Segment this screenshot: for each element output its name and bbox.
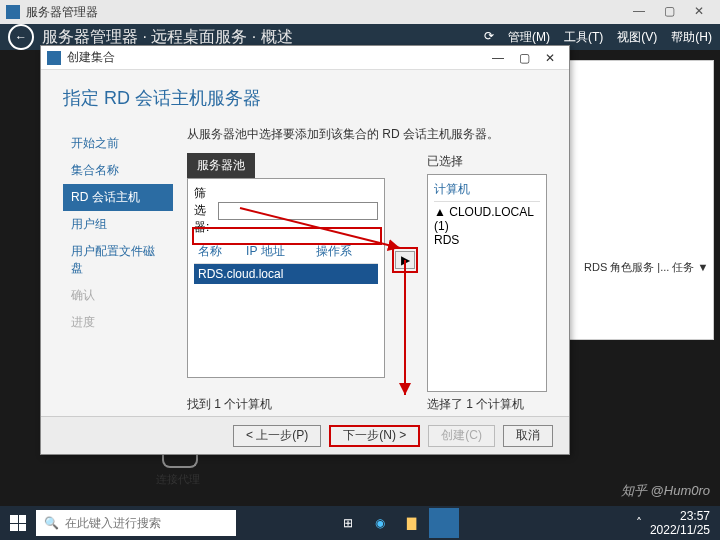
step-userprofile[interactable]: 用户配置文件磁盘 [63,238,173,282]
clock-time[interactable]: 23:57 [650,509,710,523]
rds-role-label: RDS 角色服务 |... 任务 ▼ [584,260,712,275]
task-view-icon[interactable]: ⊞ [333,508,363,538]
server-pool-tab[interactable]: 服务器池 [187,153,255,178]
tray-up-icon[interactable]: ˄ [636,516,642,530]
start-button[interactable] [0,506,36,540]
filter-input[interactable] [218,202,378,220]
server-row[interactable]: RDS.cloud.local [194,264,378,285]
dialog-title: 创建集合 [67,49,485,66]
selected-box: 计算机 ▲ CLOUD.LOCAL (1) RDS [427,174,547,392]
wizard-steps: 开始之前 集合名称 RD 会话主机 用户组 用户配置文件磁盘 确认 进度 [63,126,173,413]
selected-server[interactable]: RDS [434,233,540,247]
back-button[interactable]: ← [8,24,34,50]
watermark: 知乎 @Hum0ro [621,482,710,500]
step-usergroup[interactable]: 用户组 [63,211,173,238]
step-collection[interactable]: 集合名称 [63,157,173,184]
next-button[interactable]: 下一步(N) > [329,425,420,447]
menu-help[interactable]: 帮助(H) [671,29,712,46]
dialog-titlebar: 创建集合 — ▢ ✕ [41,46,569,70]
dialog-close[interactable]: ✕ [537,51,563,65]
step-progress: 进度 [63,309,173,336]
selected-domain[interactable]: ▲ CLOUD.LOCAL (1) [434,205,540,233]
server-name: RDS.cloud.local [194,264,378,285]
server-pool-box: 筛选器: 名称 IP 地址 操作系 RDS.cloud.lo [187,178,385,378]
annotation-box-add [392,247,418,273]
dialog-icon [47,51,61,65]
taskbar-search[interactable]: 🔍 在此键入进行搜索 [36,510,236,536]
menu-manage[interactable]: 管理(M) [508,29,550,46]
dialog-footer: < 上一步(P) 下一步(N) > 创建(C) 取消 [41,416,569,454]
selected-label: 已选择 [427,153,547,170]
dialog-maximize[interactable]: ▢ [511,51,537,65]
app-icon [6,5,20,19]
prev-button[interactable]: < 上一步(P) [233,425,321,447]
background-panel [554,60,714,340]
pool-count: 找到 1 个计算机 [187,396,427,413]
search-placeholder: 在此键入进行搜索 [65,515,161,532]
step-before[interactable]: 开始之前 [63,130,173,157]
cancel-button[interactable]: 取消 [503,425,553,447]
server-manager-icon[interactable] [429,508,459,538]
maximize-button[interactable]: ▢ [654,2,684,22]
explorer-icon[interactable]: ▇ [397,508,427,538]
dialog-minimize[interactable]: — [485,51,511,65]
app-title: 服务器管理器 [26,4,624,21]
create-button: 创建(C) [428,425,495,447]
selected-count: 选择了 1 个计算机 [427,396,547,413]
dialog-heading: 指定 RD 会话主机服务器 [63,86,547,110]
search-icon: 🔍 [44,516,59,530]
menu-view[interactable]: 视图(V) [617,29,657,46]
broker-label: 连接代理 [150,472,390,487]
close-button[interactable]: ✕ [684,2,714,22]
app-titlebar: 服务器管理器 — ▢ ✕ [0,0,720,24]
dialog-description: 从服务器池中选择要添加到该集合的 RD 会话主机服务器。 [187,126,547,143]
step-confirm: 确认 [63,282,173,309]
create-collection-dialog: 创建集合 — ▢ ✕ 指定 RD 会话主机服务器 开始之前 集合名称 RD 会话… [40,45,570,455]
step-rdhost[interactable]: RD 会话主机 [63,184,173,211]
menu-tools[interactable]: 工具(T) [564,29,603,46]
minimize-button[interactable]: — [624,2,654,22]
clock-date[interactable]: 2022/11/25 [650,523,710,537]
refresh-icon[interactable]: ⟳ [484,29,494,46]
annotation-box-row [192,227,382,245]
edge-icon[interactable]: ◉ [365,508,395,538]
taskbar: 🔍 在此键入进行搜索 ⊞ ◉ ▇ ˄ 23:57 2022/11/25 [0,506,720,540]
selected-col-computer: 计算机 [434,181,540,202]
